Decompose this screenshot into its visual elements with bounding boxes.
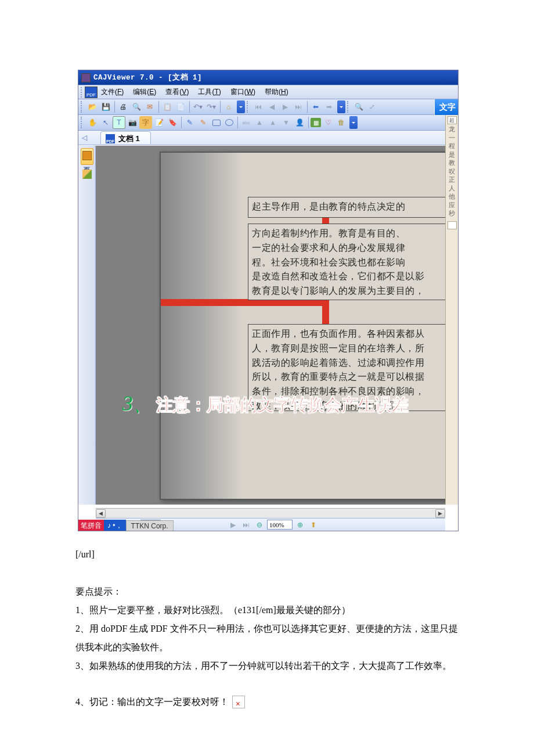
fav-icon[interactable]: ♡ [322, 116, 334, 129]
sb-next2-icon[interactable]: ⏭ [240, 520, 252, 530]
tab-label: 文档 1 [118, 134, 140, 144]
zoom-icon[interactable]: 🔍 [352, 100, 365, 113]
scroll-right-icon[interactable]: ▶ [435, 509, 445, 518]
tip-3: 3、如果熟练的使用我的方法，用不了一分钟就可以转出若干的文字，大大提高了工作效率… [75, 657, 459, 675]
up-arrow-icon[interactable]: ⬆ [308, 520, 319, 530]
pen-blue-icon[interactable]: ✎ [183, 116, 196, 129]
export-icon[interactable]: ▦ [311, 118, 321, 127]
sidebar-page[interactable]: 页面 [81, 148, 93, 165]
bookmark-icon[interactable]: 🔖 [166, 116, 179, 129]
note-icon[interactable]: 📝 [153, 116, 165, 129]
article-body: [/url] 要点提示： 1、照片一定要平整，最好对比强烈。（e131[/em]… [75, 545, 459, 711]
document-viewport[interactable]: 起主导作用，是由教育的特点决定的 教育具有明确目的的影响 方向起着制约作用。教育… [96, 146, 445, 505]
grip-icon [81, 117, 84, 128]
grip-icon [347, 101, 350, 113]
menu-edit[interactable]: 编辑(E) [133, 87, 156, 97]
sidebar-annotate[interactable] [81, 167, 93, 181]
zoom-in-icon[interactable]: ⊕ [294, 520, 306, 530]
overflow-icon[interactable] [349, 116, 358, 129]
tab-prev-icon[interactable]: ◁ [82, 134, 90, 142]
menu-file[interactable]: 文件(F) [101, 87, 124, 97]
print-icon[interactable]: 🖨 [117, 100, 129, 113]
home-icon[interactable]: ⌂ [222, 100, 235, 113]
text-select-icon[interactable]: T [113, 116, 125, 129]
scroll-left-icon[interactable]: ◀ [96, 509, 106, 518]
ime-mode[interactable]: 笔拼音 [78, 520, 104, 531]
highlight-icon[interactable]: ▲ [253, 116, 266, 129]
toolbar-2: ✋ ↖ T 📷 字 📝 🔖 ✎ ✎ abc ▲ ▲ ▼ 👤 ▦ ♡ 🗑 [78, 115, 458, 131]
redo-icon[interactable]: ↷▾ [205, 100, 218, 113]
grip-icon [81, 101, 84, 113]
undo-icon[interactable]: ↶▾ [192, 100, 204, 113]
overflow-icon[interactable] [337, 100, 345, 113]
find-icon[interactable]: 🔍 [130, 100, 143, 113]
rect-icon[interactable] [212, 120, 221, 126]
toolbar-1: 📂 💾 🖨 🔍 ✉ 📋 📄 ↶▾ ↷▾ ⌂ ⏮ ◀ ▶ ⏭ ⬅ ➡ 🔍 ⤢ 文字 [78, 99, 458, 115]
tab-doc1[interactable]: PDF 文档 1 [100, 131, 151, 144]
text-tool-button[interactable]: 文字 [434, 99, 458, 115]
kb-key: 超 [448, 116, 457, 124]
grip-icon [247, 101, 250, 113]
window-title: CAJViewer 7.0 - [文档 1] [93, 73, 202, 82]
tip-1: 1、照片一定要平整，最好对比强烈。（e131[/em]最最关键的部分） [75, 601, 459, 620]
ocr-region-2: 方向起着制约作用。教育是有目的、 一定的社会要求和人的身心发展规律 程。社会环境… [248, 224, 445, 300]
scanned-page: 起主导作用，是由教育的特点决定的 教育具有明确目的的影响 方向起着制约作用。教育… [160, 152, 445, 500]
paste-icon[interactable]: 📄 [174, 100, 187, 113]
pencil-icon [82, 170, 92, 179]
menu-tool[interactable]: 工具(T) [198, 87, 221, 97]
snapshot-icon[interactable]: 📷 [126, 116, 139, 129]
ime-controls[interactable]: ♪ •， [104, 520, 126, 531]
broken-image-icon [232, 696, 245, 708]
side-panel: 页面 [78, 146, 96, 505]
save-icon[interactable]: 💾 [99, 100, 112, 113]
url-end-tag: [/url] [75, 545, 459, 564]
page-icon [82, 151, 92, 160]
menubar: PDF 文件(F) 编辑(E) 查看(V) 工具(T) 窗口(W) 帮助(H) [78, 85, 458, 99]
abc-icon[interactable]: abc [240, 116, 252, 129]
first-page-icon[interactable]: ⏮ [252, 100, 265, 113]
strike-icon[interactable]: ▼ [280, 116, 293, 129]
tip-2: 2、用 doPDF 生成 PDF 文件不只一种用法，你也可以选择其它更好、更便捷… [75, 620, 459, 657]
forward-icon[interactable]: ➡ [323, 100, 335, 113]
ocr-icon[interactable]: 字 [139, 116, 152, 129]
kb-key [448, 221, 457, 229]
right-snippet: 超 龙一 程是 教㕮 正人 他应 秒 [445, 115, 458, 505]
mail-icon[interactable]: ✉ [143, 100, 156, 113]
stamp-icon[interactable]: 👤 [293, 116, 306, 129]
menu-view[interactable]: 查看(V) [165, 87, 189, 97]
back-icon[interactable]: ⬅ [309, 100, 322, 113]
annotation-3: 3、注意：局部的文字转换会产生误差 [122, 390, 409, 418]
screenshot-cajviewer: CAJViewer 7.0 - [文档 1] PDF 文件(F) 编辑(E) 查… [78, 70, 459, 531]
fit-icon[interactable]: ⤢ [366, 100, 378, 113]
ime-vendor: TTKN Corp. [126, 520, 174, 532]
sb-next-icon[interactable]: ▶ [227, 520, 239, 530]
copy-icon[interactable]: 📋 [161, 100, 174, 113]
menu-window[interactable]: 窗口(W) [230, 87, 255, 97]
tip-4: 4、切记：输出的文字一定要校对呀！ [75, 693, 459, 711]
underline-icon[interactable]: ▲ [266, 116, 279, 129]
zoom-out-icon[interactable]: ⊖ [254, 520, 265, 530]
pen-orange-icon[interactable]: ✎ [197, 116, 210, 129]
hand-icon[interactable]: ✋ [86, 116, 99, 129]
select-icon[interactable]: ↖ [99, 116, 112, 129]
app-icon [81, 73, 91, 82]
grip-icon [81, 87, 84, 98]
ime-bar: 笔拼音 ♪ •， TTKN Corp. [78, 520, 174, 531]
circle-icon[interactable] [225, 119, 233, 126]
pdf-icon[interactable]: PDF [85, 87, 98, 98]
prev-page-icon[interactable]: ◀ [265, 100, 278, 113]
zoom-input[interactable] [267, 520, 293, 530]
ocr-region-1: 起主导作用，是由教育的特点决定的 教育具有明确目的的影响 [248, 197, 445, 218]
workspace: 页面 起主导作用，是由教育的特点决定的 教育具有明确目的的影响 方向起着制约作用… [78, 146, 445, 505]
open-icon[interactable]: 📂 [86, 100, 99, 113]
next-page-icon[interactable]: ▶ [279, 100, 291, 113]
window-titlebar: CAJViewer 7.0 - [文档 1] [78, 70, 458, 85]
overflow-icon[interactable] [237, 100, 245, 113]
menu-help[interactable]: 帮助(H) [265, 87, 288, 97]
horizontal-scrollbar[interactable]: ◀ ▶ [96, 508, 445, 518]
last-page-icon[interactable]: ⏭ [292, 100, 305, 113]
trash-icon[interactable]: 🗑 [335, 116, 348, 129]
doc-icon: PDF [106, 134, 115, 143]
document-tabs: ◁ PDF 文档 1 [78, 131, 458, 145]
tips-heading: 要点提示： [75, 582, 459, 601]
